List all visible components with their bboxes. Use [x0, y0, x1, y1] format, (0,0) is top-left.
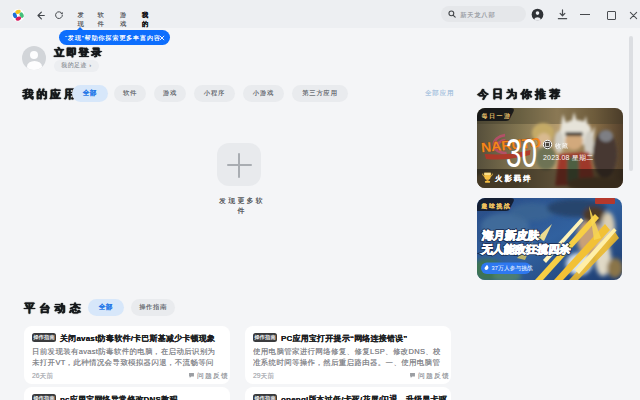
svg-text:37万人参与挑战: 37万人参与挑战 — [492, 265, 534, 272]
svg-text:无人能敌狂揽四杀: 无人能敌狂揽四杀 — [480, 243, 571, 256]
svg-text:30: 30 — [506, 130, 537, 176]
svg-text:2023.08 星期二: 2023.08 星期二 — [543, 154, 593, 161]
svg-text:每日一游: 每日一游 — [482, 112, 512, 120]
svg-text:趣味挑战: 趣味挑战 — [481, 202, 512, 210]
svg-text:海月新皮肤: 海月新皮肤 — [480, 229, 539, 241]
svg-text:火影羁绊: 火影羁绊 — [494, 174, 533, 183]
svg-text:收藏: 收藏 — [555, 142, 568, 149]
